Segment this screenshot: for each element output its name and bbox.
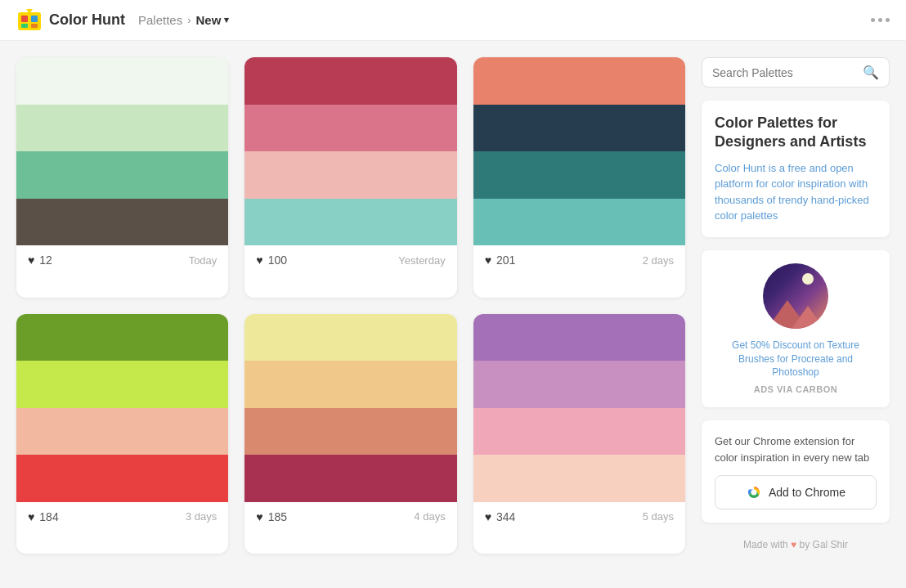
search-input[interactable]	[712, 66, 856, 79]
palette-card[interactable]: ♥12Today	[16, 57, 228, 298]
logo-icon	[16, 7, 43, 34]
color-swatch	[16, 199, 228, 246]
color-swatch	[473, 314, 685, 361]
logo-link[interactable]: Color Hunt	[16, 7, 125, 34]
heart-icon: ♥	[256, 254, 262, 267]
sidebar-description: Color Palettes for Designers and Artists…	[702, 101, 890, 237]
palette-time: 3 days	[186, 510, 217, 523]
palette-footer: ♥100Yesterday	[244, 245, 456, 275]
svg-rect-1	[21, 16, 28, 22]
likes-count: 100	[268, 254, 287, 267]
palette-card[interactable]: ♥1854 days	[244, 314, 456, 554]
palette-likes[interactable]: ♥344	[485, 510, 516, 523]
color-swatch	[244, 455, 456, 502]
color-swatch	[473, 57, 685, 105]
palette-likes[interactable]: ♥12	[28, 254, 52, 267]
footer-made-with: Made with	[743, 539, 788, 550]
palette-card[interactable]: ♥2012 days	[473, 57, 685, 298]
ad-link[interactable]: Get 50% Discount on Texture Brushes for …	[732, 339, 859, 379]
palette-time: 5 days	[643, 510, 674, 523]
palette-likes[interactable]: ♥185	[256, 510, 287, 523]
color-swatch	[16, 57, 228, 105]
color-swatch	[244, 151, 456, 199]
footer-author: by Gal Shir	[800, 539, 848, 550]
nav-chevron: ›	[187, 14, 191, 26]
chrome-section: Get our Chrome extension for color inspi…	[702, 420, 890, 523]
likes-count: 184	[39, 510, 58, 523]
search-box: 🔍	[702, 57, 890, 88]
palette-time: Today	[189, 254, 218, 267]
palette-grid: ♥12Today♥100Yesterday♥2012 days♥1843 day…	[16, 57, 685, 554]
palette-footer: ♥2012 days	[473, 245, 685, 275]
color-swatch	[16, 314, 228, 361]
logo-text: Color Hunt	[49, 11, 125, 29]
svg-rect-2	[31, 16, 38, 22]
dot-icon	[878, 18, 882, 22]
palette-footer: ♥1843 days	[16, 502, 228, 532]
heart-icon: ♥	[485, 510, 491, 523]
palette-likes[interactable]: ♥201	[485, 254, 516, 267]
ad-via: ADS VIA CARBON	[715, 384, 877, 394]
ad-card: Get 50% Discount on Texture Brushes for …	[702, 250, 890, 407]
nav-new-dropdown[interactable]: New ▾	[196, 13, 230, 27]
color-swatch	[244, 408, 456, 456]
color-swatch	[16, 151, 228, 199]
color-swatch	[473, 199, 685, 246]
moon-decoration	[802, 273, 814, 285]
palette-card[interactable]: ♥1843 days	[16, 314, 228, 554]
palette-swatches	[244, 57, 456, 245]
likes-count: 185	[268, 510, 287, 523]
dot-icon	[886, 18, 890, 22]
chrome-text: Get our Chrome extension for color inspi…	[715, 433, 877, 465]
palette-card[interactable]: ♥100Yesterday	[244, 57, 456, 298]
palette-time: Yesterday	[398, 254, 445, 267]
likes-count: 12	[39, 254, 52, 267]
palette-swatches	[16, 314, 228, 502]
color-swatch	[473, 105, 685, 152]
color-swatch	[244, 199, 456, 246]
add-to-chrome-button[interactable]: Add to Chrome	[715, 475, 877, 509]
palette-time: 4 days	[414, 510, 445, 523]
likes-count: 344	[496, 510, 515, 523]
heart-icon: ♥	[791, 539, 796, 550]
more-options-button[interactable]	[871, 18, 890, 22]
dot-icon	[871, 18, 875, 22]
palette-likes[interactable]: ♥184	[28, 510, 59, 523]
nav-new-arrow: ▾	[224, 15, 229, 25]
main-layout: ♥12Today♥100Yesterday♥2012 days♥1843 day…	[0, 41, 906, 570]
color-swatch	[244, 57, 456, 105]
likes-count: 201	[496, 254, 515, 267]
ad-text: Get 50% Discount on Texture Brushes for …	[715, 339, 877, 379]
heart-icon: ♥	[28, 510, 34, 523]
color-swatch	[473, 151, 685, 199]
palette-time: 2 days	[643, 254, 674, 267]
palette-footer: ♥12Today	[16, 245, 228, 275]
color-swatch	[473, 455, 685, 502]
chrome-logo-icon	[746, 484, 762, 500]
palette-card[interactable]: ♥3445 days	[473, 314, 685, 554]
color-swatch	[16, 361, 228, 408]
svg-rect-3	[21, 24, 28, 28]
palette-swatches	[16, 57, 228, 245]
palette-footer: ♥3445 days	[473, 502, 685, 532]
search-icon: 🔍	[863, 65, 879, 80]
header: Color Hunt Palettes › New ▾	[0, 0, 906, 41]
nav-new-label: New	[196, 13, 222, 27]
mountain-decoration-2	[792, 306, 824, 329]
sidebar-title: Color Palettes for Designers and Artists	[715, 114, 877, 152]
color-swatch	[244, 361, 456, 408]
palette-likes[interactable]: ♥100	[256, 254, 287, 267]
svg-point-6	[751, 490, 756, 496]
chrome-button-label: Add to Chrome	[769, 486, 845, 499]
heart-icon: ♥	[485, 254, 491, 267]
color-swatch	[473, 361, 685, 408]
sidebar-subtitle: Color Hunt is a free and open platform f…	[715, 160, 877, 224]
color-swatch	[16, 105, 228, 152]
ad-image	[763, 263, 828, 329]
color-swatch	[16, 408, 228, 456]
svg-rect-4	[31, 24, 38, 28]
heart-icon: ♥	[28, 254, 34, 267]
nav-palettes[interactable]: Palettes	[138, 13, 182, 27]
palette-swatches	[473, 314, 685, 502]
sidebar: 🔍 Color Palettes for Designers and Artis…	[702, 57, 890, 554]
